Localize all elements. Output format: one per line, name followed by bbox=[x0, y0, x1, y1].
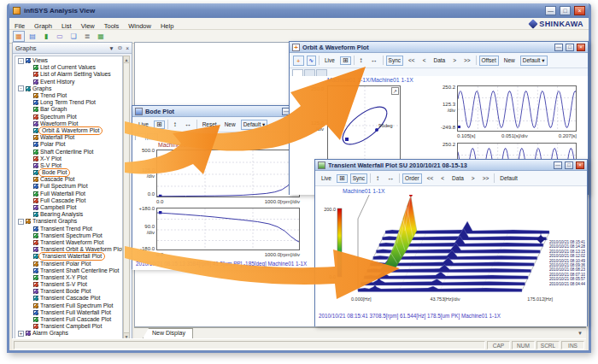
menu-view[interactable]: View bbox=[81, 22, 95, 30]
new-button[interactable]: New bbox=[222, 120, 238, 130]
close-button[interactable]: × bbox=[574, 6, 585, 15]
waterfall-close-button[interactable]: × bbox=[576, 161, 584, 169]
scroll-up-icon[interactable]: ▲ bbox=[124, 56, 129, 63]
tree-item-s-v-plot[interactable]: S-V Plot bbox=[15, 162, 122, 169]
orbit-minimize-button[interactable]: — bbox=[554, 44, 563, 51]
panel-menu-icon[interactable]: ▼ bbox=[108, 45, 114, 51]
waterfall-prev-button[interactable]: < bbox=[438, 173, 447, 184]
reset-button[interactable]: Reset bbox=[200, 120, 220, 130]
tree-item-transient-s-v-plot[interactable]: Transient S-V Plot bbox=[15, 281, 122, 288]
waveform-chart-top[interactable] bbox=[457, 85, 577, 132]
menu-graph[interactable]: Graph bbox=[34, 22, 52, 30]
tree-item-transient-full-waterfall-plot[interactable]: Transient Full Waterfall Plot bbox=[15, 309, 122, 316]
tab-new-display[interactable]: New Display bbox=[143, 328, 193, 338]
tree-item-list-of-current-values[interactable]: List of Current Values bbox=[15, 64, 122, 71]
tree-item-graphs[interactable]: -Graphs bbox=[15, 85, 122, 92]
waterfall-next-button[interactable]: > bbox=[469, 173, 478, 184]
expand-icon[interactable]: - bbox=[18, 85, 24, 91]
live-button[interactable]: Live bbox=[319, 173, 334, 184]
orbit-prev-button[interactable]: < bbox=[420, 56, 429, 66]
tab-list-dropdown-icon[interactable]: ▼ bbox=[577, 331, 583, 336]
tree-item-event-history[interactable]: Event History bbox=[15, 79, 122, 85]
mini-tab[interactable] bbox=[292, 69, 303, 76]
tree-item-transient-full-spectrum-plot[interactable]: Transient Full Spectrum Plot bbox=[15, 302, 122, 309]
tree-item-bode-plot[interactable]: Bode Plot bbox=[15, 169, 122, 176]
new-button[interactable]: New bbox=[501, 56, 518, 66]
tree-item-shaft-centerline-plot[interactable]: Shaft Centerline Plot bbox=[15, 148, 122, 155]
mini-tab[interactable] bbox=[316, 69, 327, 76]
orbit-close-button[interactable]: × bbox=[577, 44, 585, 51]
tree-item-full-cascade-plot[interactable]: Full Cascade Plot bbox=[15, 197, 122, 204]
orbit-data-button[interactable]: Data bbox=[431, 56, 448, 66]
orbit-mode-icon[interactable]: ＋ bbox=[293, 56, 304, 66]
rotation-direction-icon[interactable]: ↗ bbox=[391, 87, 399, 95]
preset-dropdown[interactable]: Default ▾ bbox=[520, 56, 548, 66]
report-list-icon[interactable]: ≣ bbox=[81, 31, 93, 42]
waterfall-maximize-button[interactable]: □ bbox=[565, 161, 573, 169]
tree-item-transient-waterfall-plot[interactable]: Transient Waterfall Plot bbox=[15, 253, 122, 260]
tree-item-alarm-graphs[interactable]: +Alarm Graphs bbox=[15, 330, 122, 337]
orbit-next-button[interactable]: > bbox=[450, 56, 459, 66]
tree-item-bearing-analysis[interactable]: Bearing Analysis bbox=[15, 211, 122, 218]
waterfall-first-button[interactable]: << bbox=[425, 173, 437, 184]
maximize-button[interactable]: □ bbox=[560, 6, 571, 15]
new-list-icon[interactable]: ▤ bbox=[26, 31, 38, 42]
waterfall-minimize-button[interactable]: — bbox=[554, 161, 562, 169]
tree-item-trend-plot[interactable]: Trend Plot bbox=[15, 92, 122, 99]
tree-item-full-waterfall-plot[interactable]: Full Waterfall Plot bbox=[15, 191, 122, 197]
vertical-scale-icon[interactable]: ↕ bbox=[171, 120, 179, 129]
waterfall-3d-chart[interactable]: 200.00.02010/10/21 08:15:412010/10/21 08… bbox=[317, 195, 585, 308]
menu-window[interactable]: Window bbox=[128, 22, 151, 30]
monitor-view-icon[interactable]: ▭ bbox=[54, 31, 66, 42]
bode-amplitude-chart[interactable] bbox=[156, 150, 300, 197]
tree-item-transient-trend-plot[interactable]: Transient Trend Plot bbox=[15, 226, 122, 232]
tree-item-campbell-plot[interactable]: Campbell Plot bbox=[15, 204, 122, 211]
horizontal-scale-icon[interactable]: ↔ bbox=[182, 120, 194, 129]
horizontal-scale-icon[interactable]: ↔ bbox=[384, 174, 396, 183]
waveform-mode-icon[interactable]: ∿ bbox=[307, 56, 316, 66]
live-button[interactable]: Live bbox=[322, 56, 337, 66]
menu-list[interactable]: List bbox=[62, 22, 72, 30]
tree-item-spectrum-plot[interactable]: Spectrum Plot bbox=[15, 114, 122, 120]
display-window-icon[interactable]: ▦ bbox=[13, 31, 25, 42]
tree-item-transient-graphs[interactable]: -Transient Graphs bbox=[15, 218, 122, 225]
orbit-last-button[interactable]: >> bbox=[461, 56, 473, 66]
grid-layout-icon[interactable]: ⊞ bbox=[154, 120, 165, 129]
tree-scrollbar[interactable]: ▲ ▼ bbox=[123, 56, 130, 340]
vertical-scale-icon[interactable]: ↕ bbox=[373, 174, 382, 183]
tree-item-transient-shaft-centerline-plot[interactable]: Transient Shaft Centerline Plot bbox=[15, 267, 122, 274]
tree-item-list-of-alarm-setting-values[interactable]: List of Alarm Setting Values bbox=[15, 71, 122, 78]
window-cascade-icon[interactable]: ❏ bbox=[67, 31, 79, 42]
preset-dropdown[interactable]: Default ▾ bbox=[241, 120, 268, 130]
tree-item-views[interactable]: -Views bbox=[15, 57, 122, 64]
minimize-button[interactable]: — bbox=[545, 6, 556, 15]
tree-item-long-term-trend-plot[interactable]: Long Term Trend Plot bbox=[15, 99, 122, 106]
tree-item-transient-cascade-plot[interactable]: Transient Cascade Plot bbox=[15, 295, 122, 302]
tree-item-transient-x-y-plot[interactable]: Transient X-Y Plot bbox=[15, 274, 122, 281]
menu-file[interactable]: File bbox=[15, 22, 25, 30]
tree-item-waterfall-plot[interactable]: Waterfall Plot bbox=[15, 134, 122, 141]
sync-button[interactable]: Sync bbox=[386, 56, 403, 66]
tree-item-cascade-plot[interactable]: Cascade Plot bbox=[15, 176, 122, 183]
mini-tab[interactable] bbox=[304, 69, 315, 76]
bar-graph-icon[interactable]: ▮ bbox=[40, 31, 52, 42]
expand-icon[interactable]: + bbox=[18, 331, 24, 337]
sync-button[interactable]: Sync bbox=[350, 173, 367, 184]
pin-icon[interactable]: ⊙ bbox=[118, 44, 122, 51]
orbit-maximize-button[interactable]: □ bbox=[566, 44, 574, 51]
grid-layout-icon[interactable]: ⊞ bbox=[337, 174, 348, 183]
table-view-icon[interactable]: ▦ bbox=[95, 31, 107, 42]
menu-tools[interactable]: Tools bbox=[104, 22, 120, 30]
live-button[interactable]: Live bbox=[136, 120, 151, 130]
order-button[interactable]: Order bbox=[402, 173, 422, 184]
tree-item-transient-full-cascade-plot[interactable]: Transient Full Cascade Plot bbox=[15, 316, 122, 323]
expand-icon[interactable]: - bbox=[18, 219, 24, 225]
tree-item-transient-waveform-plot[interactable]: Transient Waveform Plot bbox=[15, 239, 122, 246]
preset-dropdown[interactable]: Default bbox=[497, 173, 520, 184]
tree-item-transient-bode-plot[interactable]: Transient Bode Plot bbox=[15, 288, 122, 295]
horizontal-scale-icon[interactable]: ↔ bbox=[368, 56, 380, 65]
mini-tab[interactable] bbox=[147, 133, 158, 140]
tree-item-transient-campbell-plot[interactable]: Transient Campbell Plot bbox=[15, 323, 122, 330]
bode-phase-chart[interactable] bbox=[156, 208, 300, 250]
mini-tab[interactable] bbox=[135, 133, 146, 140]
